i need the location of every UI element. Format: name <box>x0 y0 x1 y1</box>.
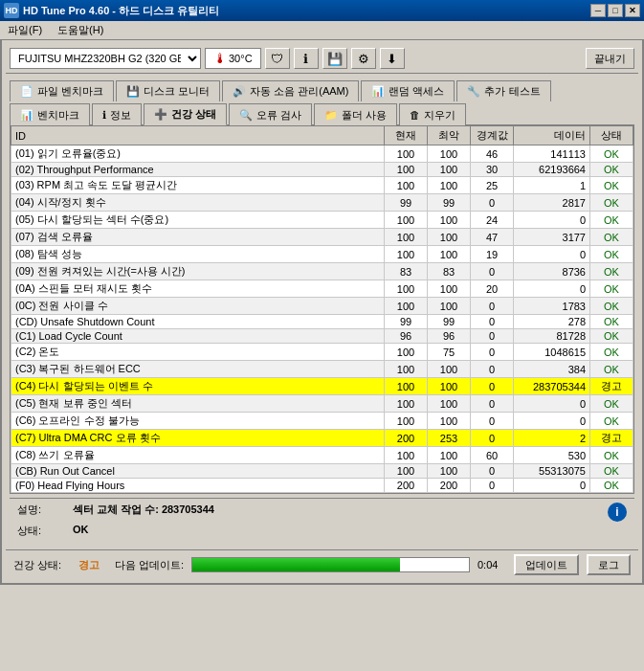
progress-bar-fill <box>192 558 400 571</box>
cell-current: 100 <box>385 413 428 430</box>
info-icon[interactable]: i <box>608 503 627 522</box>
cell-threshold: 0 <box>471 329 514 344</box>
tab-benchmark[interactable]: 📊 벤치마크 <box>10 103 90 125</box>
maximize-button[interactable]: □ <box>608 4 623 17</box>
settings-icon-btn[interactable]: ⚙ <box>351 48 376 69</box>
drive-selector[interactable]: FUJITSU MHZ2320BH G2 (320 GB) <box>10 48 201 69</box>
cell-threshold: 0 <box>471 464 514 479</box>
table-row[interactable]: (0A) 스핀들 모터 재시도 횟수 100 100 20 0 OK <box>11 280 633 298</box>
cell-status: OK <box>590 479 633 493</box>
exit-button[interactable]: 끝내기 <box>586 48 634 69</box>
tab-folder-use[interactable]: 📁 폴더 사용 <box>314 103 397 125</box>
table-row[interactable]: (C5) 현재 보류 중인 섹터 100 100 0 0 OK <box>11 395 633 413</box>
extra-test-icon: 🔧 <box>467 85 480 98</box>
aam-icon: 🔊 <box>233 85 246 98</box>
menu-help[interactable]: 도움말(H) <box>54 21 107 39</box>
cell-id: (09) 전원 켜져있는 시간(=사용 시간) <box>11 263 385 280</box>
table-row[interactable]: (04) 시작/정지 횟수 99 99 0 2817 OK <box>11 194 633 212</box>
table-row[interactable]: (C2) 온도 100 75 0 1048615 OK <box>11 344 633 361</box>
status-panel: 설명: 섹터 교체 작업 수: 283705344 i 상태: OK <box>10 498 634 546</box>
state-value: OK <box>73 524 89 538</box>
cell-data: 8736 <box>514 263 590 280</box>
cell-worst: 100 <box>428 447 471 464</box>
tab-error-check[interactable]: 🔍 오류 검사 <box>229 103 312 125</box>
cell-worst: 100 <box>428 212 471 229</box>
cell-current: 100 <box>385 378 428 395</box>
table-row[interactable]: (07) 검색 오류율 100 100 47 3177 OK <box>11 229 633 246</box>
table-row[interactable]: (0C) 전원 사이클 수 100 100 0 1783 OK <box>11 298 633 315</box>
down-icon-btn[interactable]: ⬇ <box>380 48 405 69</box>
cell-data: 0 <box>514 413 590 430</box>
update-label: 다음 업데이트: <box>115 558 184 572</box>
cell-current: 100 <box>385 395 428 413</box>
window-title: HD Tune Pro 4.60 - 하드 디스크 유틸리티 <box>23 4 219 18</box>
error-check-icon: 🔍 <box>239 109 253 122</box>
tab-disk-monitor[interactable]: 💾 디스크 모니터 <box>116 80 220 101</box>
tab-random-access[interactable]: 📊 랜덤 액세스 <box>361 80 455 101</box>
table-row[interactable]: (CD) Unsafe Shutdown Count 99 99 0 278 O… <box>11 315 633 329</box>
cell-worst: 253 <box>428 430 471 447</box>
cell-current: 96 <box>385 329 428 344</box>
cell-worst: 99 <box>428 315 471 329</box>
cell-threshold: 24 <box>471 212 514 229</box>
disk-monitor-icon: 💾 <box>126 85 140 98</box>
cell-status: 경고 <box>590 378 633 395</box>
table-row[interactable]: (C1) Load Cycle Count 96 96 0 81728 OK <box>11 329 633 344</box>
desc-label: 설명: <box>17 503 65 522</box>
table-row[interactable]: (09) 전원 켜져있는 시간(=사용 시간) 83 83 0 8736 OK <box>11 263 633 280</box>
temperature-value: 30°C <box>229 53 253 64</box>
cell-current: 100 <box>385 246 428 263</box>
table-row[interactable]: (F0) Head Flying Hours 200 200 0 0 OK <box>11 479 633 493</box>
tab-file-benchmark[interactable]: 📄 파일 벤치마크 <box>10 80 114 101</box>
temperature-display: 🌡 30°C <box>205 48 261 69</box>
cell-id: (C6) 오프라인 수정 불가능 <box>11 413 385 430</box>
table-row[interactable]: (05) 다시 할당되는 섹터 수(중요) 100 100 24 0 OK <box>11 212 633 229</box>
menu-file[interactable]: 파일(F) <box>4 21 46 39</box>
table-row[interactable]: (C6) 오프라인 수정 불가능 100 100 0 0 OK <box>11 413 633 430</box>
cell-threshold: 0 <box>471 315 514 329</box>
table-row[interactable]: (03) RPM 최고 속도 도달 평균시간 100 100 25 1 OK <box>11 177 633 194</box>
cell-worst: 100 <box>428 361 471 378</box>
table-row[interactable]: (C4) 다시 할당되는 이벤트 수 100 100 0 283705344 경… <box>11 378 633 395</box>
cell-current: 100 <box>385 344 428 361</box>
tab-erase[interactable]: 🗑 지우기 <box>399 103 466 125</box>
cell-current: 100 <box>385 361 428 378</box>
tab-health-status[interactable]: ➕ 건강 상태 <box>144 103 227 125</box>
cell-id: (0A) 스핀들 모터 재시도 횟수 <box>11 280 385 298</box>
info-tab-icon: ℹ <box>102 109 106 122</box>
minimize-button[interactable]: ─ <box>590 4 606 17</box>
table-row[interactable]: (08) 탐색 성능 100 100 19 0 OK <box>11 246 633 263</box>
cell-worst: 99 <box>428 194 471 212</box>
table-row[interactable]: (02) Throughput Performance 100 100 30 6… <box>11 163 633 177</box>
cell-current: 100 <box>385 298 428 315</box>
cell-status: OK <box>590 298 633 315</box>
title-bar: HD HD Tune Pro 4.60 - 하드 디스크 유틸리티 ─ □ ✕ <box>0 0 644 21</box>
cell-status: OK <box>590 280 633 298</box>
table-row[interactable]: (C7) Ultra DMA CRC 오류 횟수 200 253 0 2 경고 <box>11 430 633 447</box>
col-threshold: 경계값 <box>471 126 514 145</box>
cell-id: (07) 검색 오류율 <box>11 229 385 246</box>
tab-info[interactable]: ℹ 정보 <box>92 103 142 125</box>
table-row[interactable]: (C3) 복구된 하드웨어 ECC 100 100 0 384 OK <box>11 361 633 378</box>
update-button[interactable]: 업데이트 <box>514 554 579 575</box>
cell-status: OK <box>590 329 633 344</box>
cell-status: OK <box>590 395 633 413</box>
health-status-value: 경고 <box>78 558 107 572</box>
table-row[interactable]: (01) 읽기 오류율(중요) 100 100 46 141113 OK <box>11 145 633 163</box>
table-row[interactable]: (CB) Run Out Cancel 100 100 0 55313075 O… <box>11 464 633 479</box>
cell-id: (CB) Run Out Cancel <box>11 464 385 479</box>
health-icon-btn[interactable]: 🛡 <box>265 48 290 69</box>
cell-status: OK <box>590 177 633 194</box>
tab-extra-test[interactable]: 🔧 추가 테스트 <box>456 80 550 101</box>
tab-aam[interactable]: 🔊 자동 소음 관리(AAM) <box>222 80 359 101</box>
cell-status: OK <box>590 447 633 464</box>
info-icon-btn[interactable]: ℹ <box>294 48 319 69</box>
cell-data: 55313075 <box>514 464 590 479</box>
table-row[interactable]: (C8) 쓰기 오류율 100 100 60 530 OK <box>11 447 633 464</box>
save-icon-btn[interactable]: 💾 <box>322 48 347 69</box>
cell-data: 1048615 <box>514 344 590 361</box>
close-button[interactable]: ✕ <box>625 4 640 17</box>
cell-status: OK <box>590 163 633 177</box>
log-button[interactable]: 로그 <box>587 554 631 575</box>
cell-status: OK <box>590 464 633 479</box>
